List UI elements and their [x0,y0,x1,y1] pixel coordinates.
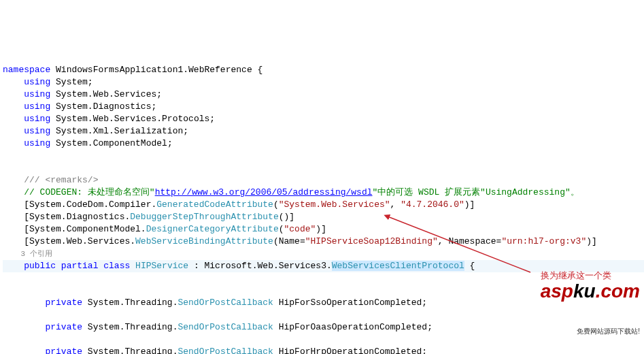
blank-line [3,150,8,161]
line-using: using System.Xml.Serialization; [3,126,188,136]
line-using: using System.Web.Services; [3,89,162,99]
blank-line [3,310,8,320]
line-using: using System; [3,77,93,87]
line-attr: [System.Web.Services.WebServiceBindingAt… [3,236,597,246]
line-using: using System.Diagnostics; [3,101,156,112]
wsdl-link[interactable]: http://www.w3.org/2006/05/addressing/wsd… [155,187,373,197]
blank-line [3,334,8,344]
line-field: private System.Threading.SendOrPostCallb… [3,322,433,332]
line-namespace: namespace WindowsFormsApplication1.WebRe… [3,65,262,75]
watermark-tagline: 免费网站源码下载站! [541,325,640,338]
line-attr: [System.ComponentModel.DesignerCategoryA… [3,224,326,234]
line-using: using System.Web.Services.Protocols; [3,114,215,124]
codelens-references[interactable]: 3 个引用 [3,250,52,258]
blank-line [3,285,8,295]
watermark: aspku.com 免费网站源码下载站! [541,257,640,350]
line-attr: [System.CodeDom.Compiler.GeneratedCodeAt… [3,199,475,210]
line-attr: [System.Diagnostics.DebuggerStepThroughA… [3,212,294,222]
line-field: private System.Threading.SendOrPostCallb… [3,297,427,308]
watermark-brand: aspku.com [541,282,640,301]
line-codegen: // CODEGEN: 未处理命名空间"http://www.w3.org/20… [3,187,579,197]
line-using: using System.ComponentModel; [3,138,173,148]
line-field: private System.Threading.SendOrPostCallb… [3,347,427,354]
line-remarks: /// <remarks/> [3,175,98,185]
blank-line [3,163,8,173]
selected-base-type[interactable]: WebServicesClientProtocol [332,261,464,271]
